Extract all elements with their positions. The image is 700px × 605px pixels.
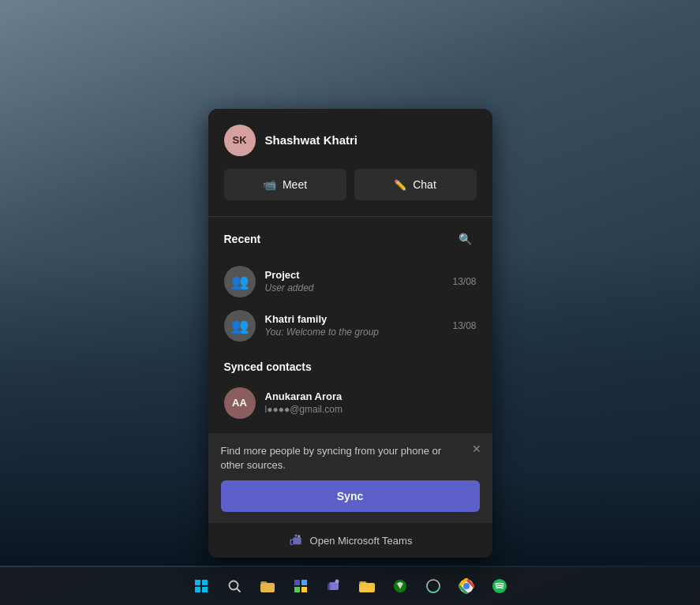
svg-rect-2 bbox=[202, 580, 208, 585]
project-name: Project bbox=[265, 269, 444, 281]
divider-1 bbox=[208, 216, 492, 217]
chat-button[interactable]: Chat bbox=[354, 169, 477, 200]
search-icon bbox=[459, 232, 472, 246]
open-teams-footer[interactable]: Open Microsoft Teams bbox=[208, 523, 492, 558]
khatri-date: 13/08 bbox=[452, 320, 476, 331]
svg-point-13 bbox=[335, 580, 339, 584]
svg-rect-9 bbox=[301, 580, 307, 585]
contact-name-aa: Anukaran Arora bbox=[265, 390, 343, 402]
taskbar-task-manager[interactable] bbox=[419, 572, 447, 600]
svg-rect-4 bbox=[202, 587, 208, 592]
synced-title: Synced contacts bbox=[224, 360, 477, 373]
svg-rect-15 bbox=[359, 583, 375, 592]
project-info: Project User added bbox=[265, 269, 444, 293]
taskbar-search[interactable] bbox=[220, 572, 249, 600]
taskbar-xbox[interactable] bbox=[386, 572, 414, 600]
people-icon: 👥 bbox=[231, 273, 249, 290]
svg-line-6 bbox=[237, 588, 240, 592]
svg-rect-3 bbox=[195, 587, 200, 592]
svg-rect-7 bbox=[260, 583, 275, 592]
video-icon bbox=[263, 178, 276, 191]
svg-point-22 bbox=[492, 579, 507, 593]
teams-icon bbox=[288, 532, 304, 548]
taskbar-teams[interactable] bbox=[320, 572, 348, 600]
khatri-info: Khatri family You: Welcome to the group bbox=[265, 313, 444, 338]
sync-button[interactable]: Sync bbox=[221, 480, 480, 512]
taskbar-chrome[interactable] bbox=[452, 572, 481, 600]
contact-item-aa[interactable]: AA Anukaran Arora l●●●●@gmail.com bbox=[224, 383, 477, 424]
panel-content: Recent 👥 Project User added 13/08 bbox=[208, 228, 492, 424]
taskbar-file-explorer[interactable] bbox=[253, 572, 282, 600]
svg-rect-1 bbox=[195, 580, 200, 585]
contact-info-aa: Anukaran Arora l●●●●@gmail.com bbox=[265, 390, 343, 415]
khatri-avatar: 👥 bbox=[224, 310, 256, 342]
recent-title: Recent bbox=[224, 233, 261, 245]
project-avatar: 👥 bbox=[224, 266, 256, 297]
recent-item-khatri[interactable]: 👥 Khatri family You: Welcome to the grou… bbox=[224, 304, 477, 348]
khatri-name: Khatri family bbox=[265, 313, 444, 325]
taskbar-spotify[interactable] bbox=[485, 572, 514, 600]
synced-contacts-section: Synced contacts AA Anukaran Arora l●●●●@… bbox=[224, 360, 477, 424]
recent-section-header: Recent bbox=[224, 228, 477, 250]
action-buttons: Meet Chat bbox=[208, 169, 492, 216]
meet-button[interactable]: Meet bbox=[224, 169, 346, 200]
chat-icon bbox=[394, 178, 406, 191]
taskbar-folder[interactable] bbox=[353, 572, 381, 600]
taskbar-store[interactable] bbox=[286, 572, 315, 600]
taskbar-windows-start[interactable] bbox=[187, 572, 215, 600]
panel-header: SK Shashwat Khatri bbox=[208, 109, 492, 169]
svg-rect-14 bbox=[328, 584, 331, 590]
search-button[interactable] bbox=[455, 228, 477, 250]
notification-text: Find more people by syncing from your ph… bbox=[221, 444, 480, 472]
svg-rect-10 bbox=[294, 587, 300, 592]
svg-point-0 bbox=[298, 535, 300, 537]
contact-email-aa: l●●●●@gmail.com bbox=[265, 404, 343, 415]
chat-label: Chat bbox=[413, 178, 436, 191]
meet-label: Meet bbox=[283, 178, 307, 191]
project-date: 13/08 bbox=[452, 276, 476, 287]
people-icon-2: 👥 bbox=[231, 317, 249, 334]
svg-rect-8 bbox=[294, 580, 300, 585]
khatri-sub: You: Welcome to the group bbox=[265, 327, 444, 338]
teams-panel: SK Shashwat Khatri Meet Chat Recent bbox=[208, 109, 492, 558]
svg-point-21 bbox=[463, 584, 469, 589]
project-sub: User added bbox=[265, 282, 444, 293]
user-avatar: SK bbox=[224, 125, 256, 156]
svg-rect-11 bbox=[301, 587, 307, 592]
recent-item-project[interactable]: 👥 Project User added 13/08 bbox=[224, 260, 477, 304]
open-teams-label: Open Microsoft Teams bbox=[310, 535, 413, 547]
notification-close-button[interactable]: ✕ bbox=[472, 443, 481, 455]
taskbar bbox=[0, 567, 700, 605]
contact-avatar-aa: AA bbox=[224, 387, 256, 419]
notification-bar: Find more people by syncing from your ph… bbox=[208, 433, 492, 523]
user-name: Shashwat Khatri bbox=[265, 133, 358, 147]
